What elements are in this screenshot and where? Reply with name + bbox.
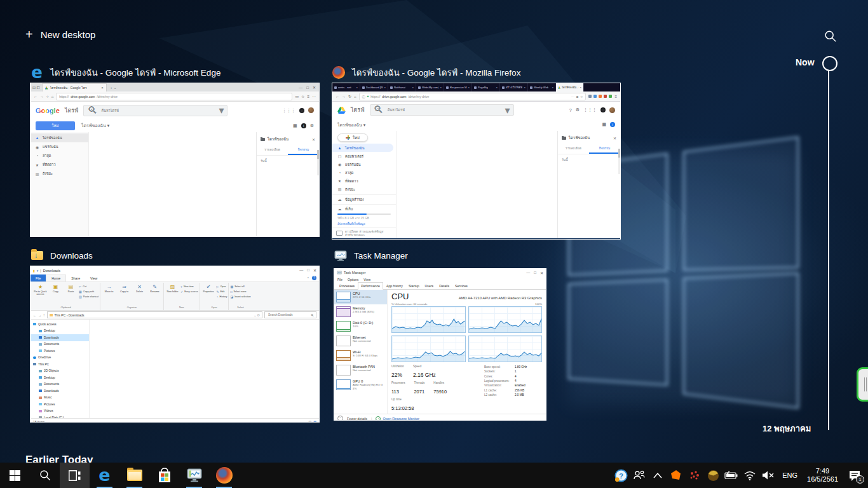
bookmark-star-icon[interactable]: ☆ — [580, 95, 583, 98]
edge-window-controls[interactable]: —□✕ — [295, 83, 319, 92]
drive-sidebar-item[interactable]: ◉ แชร์กับฉัน — [332, 160, 396, 168]
panel-tab-activity[interactable]: กิจกรรม — [589, 144, 620, 154]
page-actions-icon[interactable]: ⋯ — [571, 95, 574, 98]
explorer-search-box[interactable]: 🔍︎ — [264, 311, 316, 318]
list-view-icon[interactable]: ▦ — [293, 123, 297, 128]
taskbar-store-button[interactable] — [149, 463, 179, 488]
ribbon-collapse-icon[interactable]: ⌃ — [307, 276, 309, 280]
taskmgr-tab[interactable]: Performance — [358, 282, 383, 290]
tab-close-icon[interactable]: × — [524, 86, 526, 89]
perf-sidebar-item[interactable]: CPU22% 2.16 GHz — [334, 290, 387, 304]
forward-icon[interactable]: → — [38, 313, 41, 317]
taskmgr-window-thumbnail[interactable]: Task Manager —□✕ FileOptionsView Process… — [334, 268, 546, 421]
firefox-tab[interactable]: Weekly Web × — [528, 83, 556, 92]
forward-icon[interactable]: → — [342, 95, 346, 98]
drive-sidebar-backups[interactable]: ☁ ข้อมูลสำรอง — [332, 196, 396, 203]
language-indicator[interactable]: ENG — [780, 471, 800, 479]
nav-item[interactable]: Desktop — [31, 328, 89, 335]
battery-charging-icon[interactable] — [724, 466, 738, 484]
nav-item[interactable]: This PC — [31, 361, 89, 368]
up-icon[interactable]: ↑ — [43, 313, 45, 317]
drive-file-area[interactable] — [89, 132, 256, 237]
nav-item[interactable]: Local Disk (C:) — [31, 414, 89, 418]
home-icon[interactable]: ⌂ — [354, 95, 356, 98]
task-view-button[interactable] — [60, 463, 90, 488]
drive-file-area[interactable] — [397, 131, 557, 238]
ribbon-button[interactable]: ✂Cut — [79, 285, 98, 288]
taskbar-search-button[interactable] — [30, 463, 60, 488]
ribbon-button[interactable]: ▣Copy — [48, 283, 63, 306]
firefox-tab[interactable]: Dashboard [W × — [360, 83, 388, 92]
drive-sidebar-item[interactable]: ◔ ล่าสุด — [31, 151, 88, 160]
drive-sidebar-item[interactable]: ★ ที่ติดดาว — [31, 160, 88, 169]
favorites-star-icon[interactable]: ☆ — [301, 94, 304, 98]
start-button[interactable] — [0, 463, 30, 488]
edge-thumbnail-header[interactable]: e ไดรฟ์ของฉัน - Google ไดรฟ์ - Microsoft… — [30, 65, 220, 80]
search-icon[interactable] — [824, 29, 837, 43]
taskbar-taskmgr-button[interactable] — [179, 463, 209, 488]
tab-close-icon[interactable]: × — [468, 86, 470, 89]
drive-search-input[interactable] — [100, 108, 216, 113]
backup-sync-promo[interactable]: ดาวน์โหลด 'สำรองและซิงค์ข้อมูล' สำหรับ W… — [332, 227, 396, 239]
ribbon-button[interactable]: ⇒Copy to — [117, 283, 132, 306]
drive-search-input[interactable] — [386, 107, 503, 112]
search-options-caret-icon[interactable]: ▾ — [219, 104, 224, 116]
drive-breadcrumb[interactable]: ไดรฟ์ของฉัน ▾ — [81, 122, 109, 129]
panel-tab-activity[interactable]: กิจกรรม — [288, 145, 319, 155]
more-icon[interactable]: ⋯ — [312, 94, 316, 98]
ribbon-button[interactable]: ✔Properties — [201, 283, 216, 306]
tab-close-icon[interactable]: × — [552, 86, 553, 89]
drive-search-box[interactable]: 🔍︎ ▾ — [83, 105, 227, 116]
search-options-caret-icon[interactable]: ▾ — [505, 104, 510, 116]
fewer-details-button[interactable]: Fewer details — [347, 417, 367, 421]
edge-url-field[interactable]: https://drive.google.com/drive/my-drive — [56, 93, 292, 100]
help-tray-icon[interactable]: ? — [614, 466, 628, 484]
action-center-button[interactable]: 1 — [845, 466, 864, 484]
ribbon-button[interactable]: ✓Easy access — [180, 290, 198, 294]
taskbar-clock[interactable]: 7:49 16/5/2561 — [804, 467, 841, 484]
ribbon-tab-view[interactable]: View — [85, 274, 102, 281]
firefox-tab[interactable]: WebsMy.com ( × — [416, 83, 444, 92]
tab-close-icon[interactable]: × — [412, 86, 414, 89]
refresh-icon[interactable]: ↻ — [348, 94, 351, 98]
nav-item[interactable]: Pictures — [31, 401, 89, 408]
people-icon[interactable] — [632, 466, 646, 484]
drive-sidebar-storage[interactable]: ☁ ที่เก็บ — [332, 206, 396, 212]
taskmgr-tab[interactable]: Details — [437, 283, 452, 289]
perf-sidebar-item[interactable]: GPU 0AMD Radeon(TM) R3 G 4% — [334, 377, 387, 392]
ribbon-button[interactable]: ◪Invert selection — [230, 295, 250, 299]
ribbon-button[interactable]: +New item — [180, 285, 198, 288]
drive-sidebar-item[interactable]: ▥ ถังขยะ — [332, 185, 396, 193]
drive-new-button[interactable]: ใหม่ — [36, 121, 75, 130]
ribbon-tab-home[interactable]: Home — [46, 274, 66, 281]
nav-item[interactable]: 3D Objects — [31, 368, 89, 375]
drive-search-box[interactable]: 🔍︎ ▾ — [370, 104, 514, 116]
list-view-icon[interactable]: ▦ — [602, 122, 606, 127]
tab-close-icon[interactable]: × — [102, 86, 104, 90]
help-icon[interactable]: ? — [569, 108, 572, 112]
taskbar-firefox-button[interactable] — [209, 463, 239, 488]
drive-sidebar-item[interactable]: ▢ คอมพิวเตอร์ — [332, 152, 396, 160]
settings-gear-icon[interactable]: ⚙ — [576, 107, 580, 112]
firefox-tab[interactable]: Responsive M × — [444, 83, 472, 92]
menu-item[interactable]: Options — [348, 278, 358, 281]
hub-icon[interactable]: ≡ — [307, 95, 309, 98]
ribbon-button[interactable]: ▧Paste shortcut — [79, 295, 98, 299]
edge-active-tab[interactable]: ไดรฟ์ของฉัน - Google ไดร × — [42, 83, 107, 92]
timeline-scrubber[interactable] — [857, 367, 868, 402]
drive-breadcrumb[interactable]: ไดรฟ์ของฉัน ▾ — [337, 121, 365, 128]
gold-disc-tray-icon[interactable] — [706, 466, 720, 484]
extension-icons[interactable] — [588, 95, 612, 98]
perf-sidebar-item[interactable]: EthernetNot connected — [334, 334, 387, 348]
nav-item[interactable]: Music — [31, 395, 89, 402]
ribbon-tab-share[interactable]: Share — [66, 274, 85, 281]
firefox-tab[interactable]: Natthanat × — [388, 83, 416, 92]
home-icon[interactable]: ⌂ — [51, 95, 54, 98]
storage-upgrade-link[interactable]: อัปเกรดพื้นที่เก็บข้อมูล — [332, 220, 396, 227]
panel-scrollbar[interactable] — [317, 150, 319, 175]
explorer-search-input[interactable] — [267, 313, 311, 317]
menu-item[interactable]: View — [363, 278, 370, 281]
ribbon-button[interactable]: ▨New folder — [165, 283, 180, 306]
ribbon-button[interactable]: ✎Edit — [217, 290, 227, 294]
firefox-tab[interactable]: ไดรฟ์ของฉัน - G × — [556, 83, 584, 92]
